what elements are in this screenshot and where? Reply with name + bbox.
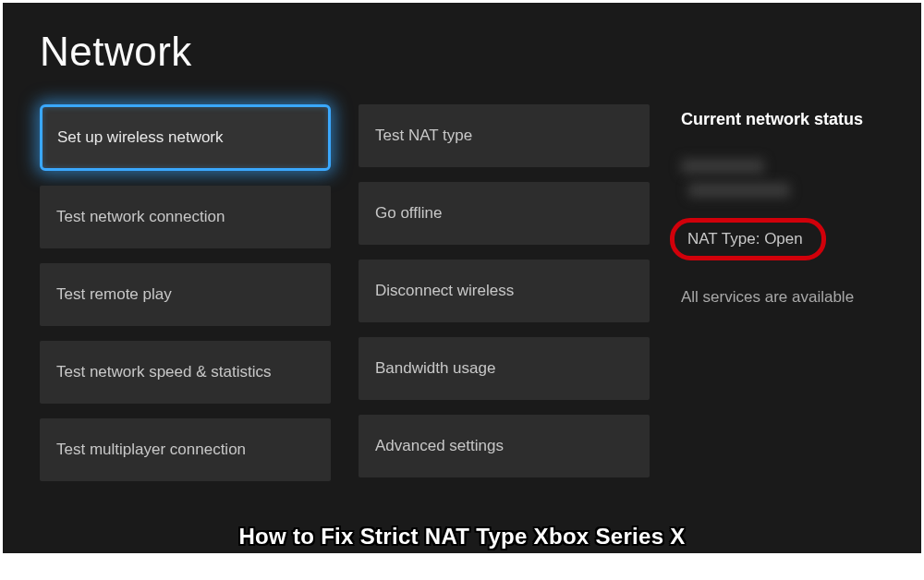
go-offline-button[interactable]: Go offline — [359, 182, 650, 245]
button-column-1: Set up wireless network Test network con… — [40, 104, 331, 481]
button-label: Bandwidth usage — [375, 359, 495, 378]
blurred-line — [688, 183, 790, 198]
network-status-panel: Current network status NAT Type: Open Al… — [679, 104, 884, 481]
button-label: Advanced settings — [375, 437, 504, 455]
button-label: Test multiplayer connection — [56, 441, 246, 459]
test-remote-play-button[interactable]: Test remote play — [40, 263, 331, 326]
network-settings-screen: Network Set up wireless network Test net… — [3, 3, 921, 553]
button-label: Set up wireless network — [57, 128, 224, 147]
page-title: Network — [40, 29, 884, 75]
test-nat-type-button[interactable]: Test NAT type — [359, 104, 650, 167]
button-label: Test network connection — [56, 208, 225, 226]
setup-wireless-network-button[interactable]: Set up wireless network — [40, 104, 331, 171]
test-network-speed-button[interactable]: Test network speed & statistics — [40, 341, 331, 404]
nat-type-value: NAT Type: Open — [687, 230, 803, 248]
button-label: Test remote play — [56, 285, 172, 304]
blurred-network-info — [681, 159, 884, 198]
test-network-connection-button[interactable]: Test network connection — [40, 186, 331, 248]
video-caption: How to Fix Strict NAT Type Xbox Series X — [3, 524, 921, 550]
button-label: Go offline — [375, 204, 442, 223]
advanced-settings-button[interactable]: Advanced settings — [359, 415, 650, 477]
button-label: Test NAT type — [375, 127, 472, 145]
bandwidth-usage-button[interactable]: Bandwidth usage — [359, 337, 650, 400]
test-multiplayer-connection-button[interactable]: Test multiplayer connection — [40, 418, 331, 481]
button-column-2: Test NAT type Go offline Disconnect wire… — [359, 104, 650, 481]
nat-type-highlight: NAT Type: Open — [670, 218, 826, 260]
blurred-line — [681, 159, 764, 174]
menu-buttons-area: Set up wireless network Test network con… — [40, 104, 650, 481]
button-label: Disconnect wireless — [375, 282, 514, 300]
services-status: All services are available — [681, 288, 884, 307]
disconnect-wireless-button[interactable]: Disconnect wireless — [359, 260, 650, 322]
status-heading: Current network status — [681, 110, 884, 129]
content-area: Set up wireless network Test network con… — [40, 104, 884, 481]
button-label: Test network speed & statistics — [56, 363, 271, 381]
